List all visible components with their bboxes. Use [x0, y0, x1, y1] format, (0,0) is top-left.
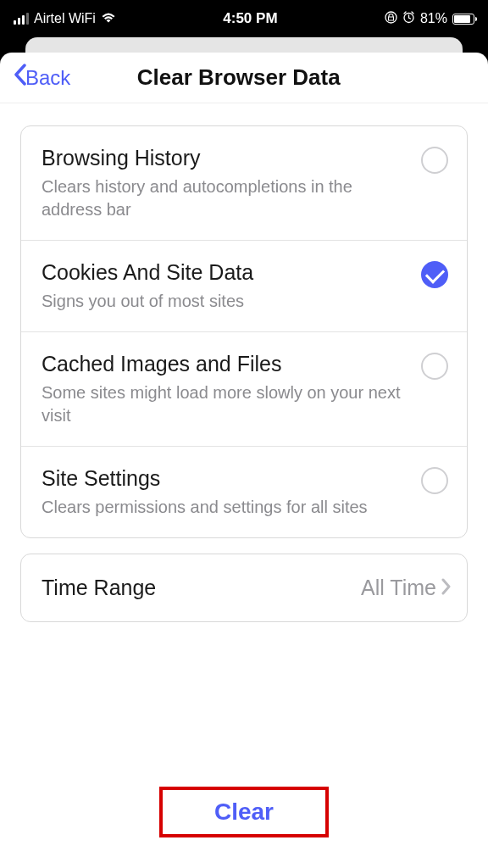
clear-button-highlight: Clear: [159, 787, 329, 837]
chevron-right-icon: [441, 575, 452, 601]
option-title: Cached Images and Files: [42, 351, 409, 376]
time-range-label: Time Range: [42, 576, 361, 600]
clear-button[interactable]: Clear: [214, 798, 274, 826]
option-desc: Clears permissions and settings for all …: [42, 496, 409, 519]
status-time: 4:50 PM: [223, 10, 277, 27]
battery-icon: [452, 14, 474, 25]
carrier-label: Airtel WiFi: [34, 11, 96, 26]
check-circle-icon[interactable]: [421, 467, 448, 494]
time-range-value: All Time: [361, 576, 436, 600]
options-card: Browsing History Clears history and auto…: [20, 125, 468, 538]
signal-icon: [14, 13, 29, 25]
page-title: Clear Browser Data: [3, 64, 474, 91]
option-cookies-site-data[interactable]: Cookies And Site Data Signs you out of m…: [21, 241, 467, 332]
orientation-lock-icon: [385, 11, 397, 27]
wifi-icon: [101, 11, 116, 26]
option-browsing-history[interactable]: Browsing History Clears history and auto…: [21, 126, 467, 241]
option-desc: Some sites might load more slowly on you…: [42, 381, 409, 427]
alarm-icon: [402, 11, 415, 27]
settings-sheet: Back Clear Browser Data Browsing History…: [0, 53, 488, 868]
time-range-row[interactable]: Time Range All Time: [21, 554, 467, 621]
option-title: Browsing History: [42, 145, 409, 170]
status-bar: Airtel WiFi 4:50 PM 81%: [0, 0, 488, 37]
option-desc: Signs you out of most sites: [42, 290, 409, 313]
check-circle-icon[interactable]: [421, 261, 448, 288]
check-circle-icon[interactable]: [421, 147, 448, 174]
battery-percentage: 81%: [420, 11, 447, 26]
nav-bar: Back Clear Browser Data: [0, 53, 488, 103]
option-title: Site Settings: [42, 465, 409, 491]
option-desc: Clears history and autocompletions in th…: [42, 175, 409, 221]
status-left: Airtel WiFi: [14, 11, 116, 26]
option-site-settings[interactable]: Site Settings Clears permissions and set…: [21, 447, 467, 537]
check-circle-icon[interactable]: [421, 353, 448, 380]
content-area: Browsing History Clears history and auto…: [0, 103, 488, 622]
option-title: Cookies And Site Data: [42, 259, 409, 285]
option-cached-images-files[interactable]: Cached Images and Files Some sites might…: [21, 332, 467, 447]
time-range-card: Time Range All Time: [20, 554, 468, 622]
status-right: 81%: [385, 11, 474, 27]
